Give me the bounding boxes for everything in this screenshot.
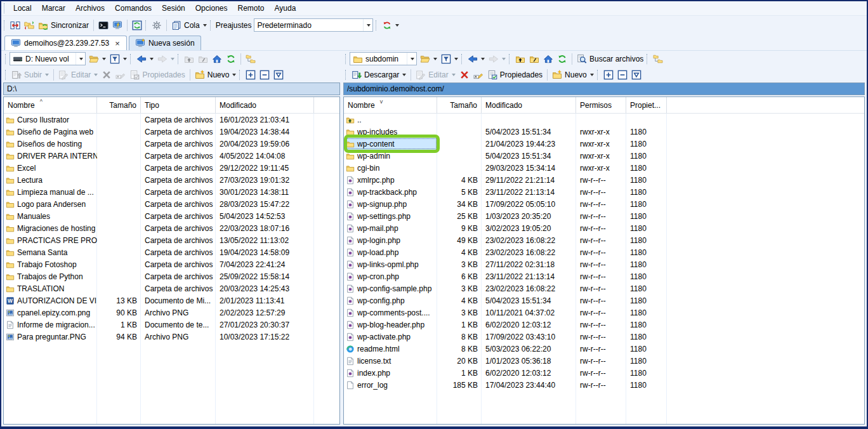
column-header-perms[interactable]: Permisos [576,97,626,113]
file-row[interactable]: index.php1 KB6/02/2020 12:03:12rw-r--r--… [344,367,864,379]
local-parent-directory-button[interactable] [182,53,196,65]
remote-back-button[interactable] [466,53,487,65]
remote-directory-combo-dropdown-icon[interactable] [407,53,416,65]
column-header-size[interactable]: Tamaño [437,97,482,113]
file-row[interactable]: wp-links-opml.php3 KB27/11/2022 02:31:18… [344,258,864,270]
download-button[interactable]: Descargar [350,69,408,81]
remote-edit-button[interactable]: Editar [414,69,457,81]
column-header-owner[interactable]: Propiet... [626,97,667,113]
file-row[interactable]: license.txt20 KB1/01/2023 05:36:18rw-r--… [344,355,864,367]
menu-remoto[interactable]: Remoto [232,2,269,15]
file-row[interactable]: wp-settings.php25 KB1/03/2023 20:35:20rw… [344,210,864,222]
menu-local[interactable]: Local [8,2,37,15]
menu-marcar[interactable]: Marcar [37,2,70,15]
file-row[interactable]: LecturaCarpeta de archivos27/03/2023 19:… [4,174,339,186]
file-row[interactable]: Diseños de hostingCarpeta de archivos20/… [4,138,339,150]
file-row[interactable]: error_log185 KB17/04/2023 23:44:40rw-r--… [344,379,864,391]
menu-ayuda[interactable]: Ayuda [270,2,301,15]
file-row[interactable]: WAUTORIZACION DE VI...13 KBDocumento de … [4,294,339,307]
transfer-settings-button[interactable] [380,19,401,32]
remote-select-minus-button[interactable] [615,69,629,81]
local-select-filter-button[interactable] [272,69,286,81]
queue-button[interactable]: Cola [169,19,209,32]
local-directory-tree-button[interactable] [244,53,258,65]
remote-filter-button[interactable] [439,53,460,65]
local-refresh-button[interactable] [224,53,238,65]
file-row[interactable]: ExcelCarpeta de archivos29/12/2022 19:11… [4,162,339,174]
file-row[interactable]: wp-content21/04/2023 19:44:23rwxr-xr-x11… [344,138,864,150]
synchronize-button[interactable]: Sincronizar [36,19,91,32]
file-row[interactable]: Trabajos de PythonCarpeta de archivos25/… [4,270,339,282]
local-properties-button[interactable]: Propiedades [128,69,187,81]
remote-parent-directory-button[interactable] [513,53,527,65]
remote-select-filter-button[interactable] [629,69,643,81]
file-row[interactable]: Semana SantaCarpeta de archivos19/04/202… [4,246,339,258]
file-row[interactable]: PRACTICAS PRE PRO...Carpeta de archivos1… [4,234,339,246]
column-header-modified[interactable]: Modificado [216,97,314,113]
local-drive-combo[interactable]: D: Nuevo vol [10,52,86,65]
remote-directory-tree-button[interactable] [651,53,665,65]
remote-home-directory-button[interactable] [541,53,555,65]
upload-button[interactable]: Subir [10,69,51,81]
swap-panels-button[interactable] [8,19,22,32]
local-back-button[interactable] [135,53,155,65]
file-row[interactable]: Diseño de Pagina webCarpeta de archivos1… [4,126,339,138]
file-row[interactable]: Para preguntar.PNG94 KBArchivo PNG10/03/… [4,331,339,343]
remote-properties-button[interactable]: Propiedades [485,69,544,81]
column-header-type[interactable]: Tipo [141,97,216,113]
new-session-tab[interactable]: Nueva sesión [129,36,201,50]
session-tab[interactable]: demoihos@23.239.27.53 × [4,36,127,50]
file-row[interactable]: wp-load.php4 KB23/02/2023 16:08:22rw-r--… [344,246,864,258]
local-new-button[interactable]: Nuevo [193,69,239,81]
column-header-name[interactable]: Nombrev [344,97,437,113]
file-row[interactable]: wp-login.php49 KB23/02/2023 16:08:22rw-r… [344,234,864,246]
console-button[interactable] [96,19,110,32]
file-row[interactable]: wp-cron.php6 KB23/11/2022 21:13:14rw-r--… [344,270,864,282]
preferences-button[interactable] [150,19,164,32]
local-delete-button[interactable] [100,69,114,81]
file-row[interactable]: wp-includes5/04/2023 15:51:34rwxr-xr-x11… [344,126,864,138]
file-row[interactable]: wp-blog-header.php1 KB6/02/2020 12:03:12… [344,319,864,331]
preset-combo-dropdown-icon[interactable] [363,19,372,31]
local-home-directory-button[interactable] [210,53,224,65]
remote-rename-button[interactable] [471,69,485,81]
column-header-modified[interactable]: Modificado [482,97,576,113]
file-row[interactable]: Curso IlustratorCarpeta de archivos16/01… [4,114,339,126]
remote-root-directory-button[interactable] [527,53,541,65]
file-row[interactable]: Logo para AndersenCarpeta de archivos28/… [4,198,339,210]
remote-refresh-button[interactable] [555,53,569,65]
local-select-plus-button[interactable] [244,69,258,81]
file-row[interactable]: cpanel.epizy.com.png90 KBArchivo PNG2/02… [4,307,339,319]
putty-button[interactable] [110,19,124,32]
file-row[interactable]: cgi-bin29/03/2023 15:34:14rwxr-xr-x1180 [344,162,864,174]
column-header-size[interactable]: Tamaño [97,97,141,113]
file-row[interactable]: Limpieza manual de ...Carpeta de archivo… [4,186,339,198]
file-row[interactable]: Informe de migracion...1 KBDocumento de … [4,319,339,331]
sync-browsing-button[interactable] [22,19,36,32]
file-row[interactable]: .. [344,114,864,126]
file-row[interactable]: wp-trackback.php5 KB23/11/2022 21:13:14r… [344,186,864,198]
remote-directory-combo[interactable]: subdomin [350,52,417,65]
refresh-session-button[interactable] [130,19,144,32]
remote-delete-button[interactable] [457,69,471,81]
file-row[interactable]: wp-signup.php34 KB17/09/2022 05:05:10rw-… [344,198,864,210]
local-open-directory-button[interactable] [87,53,108,65]
local-edit-button[interactable]: Editar [56,69,100,81]
file-row[interactable]: Migraciones de hostingCarpeta de archivo… [4,222,339,234]
remote-path-bar[interactable]: /subdominio.demoihost.com/ [343,82,865,95]
file-row[interactable]: xmlrpc.php4 KB29/11/2022 21:21:14rw-r--r… [344,174,864,186]
remote-forward-button[interactable] [487,53,508,65]
local-select-minus-button[interactable] [258,69,272,81]
local-forward-button[interactable] [155,53,176,65]
remote-new-button[interactable]: Nuevo [550,69,596,81]
preset-combo[interactable]: Predeterminado [254,18,373,32]
local-root-directory-button[interactable] [196,53,210,65]
file-row[interactable]: wp-config-sample.php3 KB23/02/2023 16:08… [344,282,864,294]
file-row[interactable]: wp-admin5/04/2023 15:51:34rwxr-xr-x1180 [344,150,864,162]
file-row[interactable]: ManualesCarpeta de archivos5/04/2023 14:… [4,210,339,222]
local-rename-button[interactable] [114,69,128,81]
file-row[interactable]: TRASLATIONCarpeta de archivos20/03/2023 … [4,282,339,294]
file-row[interactable]: wp-comments-post....3 KB10/11/2021 04:37… [344,307,864,319]
local-filter-button[interactable] [108,53,129,65]
menu-comandos[interactable]: Comandos [110,2,157,15]
